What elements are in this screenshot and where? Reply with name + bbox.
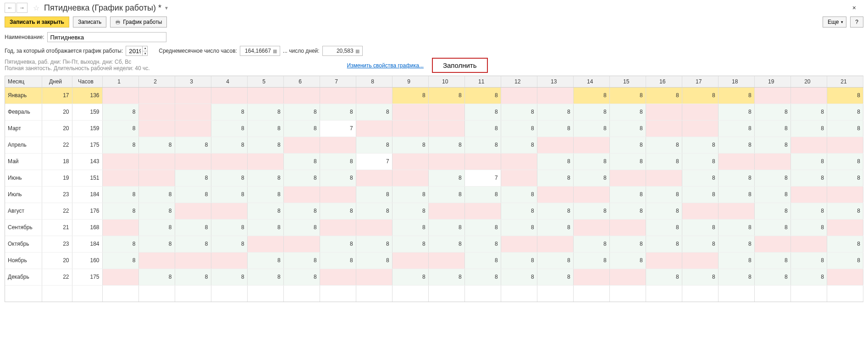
cell-day[interactable]: 8: [138, 219, 175, 236]
cell-day[interactable]: 8: [392, 186, 428, 203]
col-day-21[interactable]: 21: [827, 76, 863, 87]
cell-day[interactable]: 8: [428, 87, 464, 104]
cell-day[interactable]: [102, 170, 138, 186]
cell-day[interactable]: 8: [573, 153, 609, 170]
cell-month[interactable]: Февраль: [5, 104, 42, 120]
cell-day[interactable]: 8: [537, 269, 573, 285]
cell-days[interactable]: 20: [42, 120, 72, 137]
cell-day[interactable]: 8: [791, 252, 827, 269]
cell-day[interactable]: 8: [138, 186, 175, 203]
cell-day[interactable]: [791, 236, 827, 252]
cell-day[interactable]: 8: [682, 153, 718, 170]
cell-day[interactable]: 8: [428, 137, 464, 153]
cell-day[interactable]: 8: [320, 236, 356, 252]
cell-day[interactable]: 8: [247, 219, 283, 236]
cell-day[interactable]: [247, 236, 283, 252]
cell-day[interactable]: 8: [791, 269, 827, 285]
col-day-5[interactable]: 5: [247, 76, 283, 87]
cell-day[interactable]: 8: [754, 269, 791, 285]
cell-day[interactable]: 8: [138, 203, 175, 219]
cell-days[interactable]: 21: [42, 219, 72, 236]
col-day-1[interactable]: 1: [102, 76, 138, 87]
cell-day[interactable]: 8: [754, 252, 791, 269]
cell-day[interactable]: 8: [392, 87, 428, 104]
col-days[interactable]: Дней: [42, 76, 72, 87]
cell-day[interactable]: [428, 252, 464, 269]
cell-day[interactable]: [320, 269, 356, 285]
cell-day[interactable]: [175, 120, 211, 137]
cell-day[interactable]: 8: [211, 170, 247, 186]
cell-day[interactable]: [247, 153, 283, 170]
cell-day[interactable]: 8: [428, 186, 464, 203]
cell-hours[interactable]: 184: [72, 186, 102, 203]
cell-day[interactable]: [175, 87, 211, 104]
cell-month[interactable]: Сентябрь: [5, 219, 42, 236]
cell-day[interactable]: 8: [609, 104, 646, 120]
cell-day[interactable]: [754, 236, 791, 252]
cell-day[interactable]: 8: [283, 104, 320, 120]
cell-month[interactable]: Июль: [5, 186, 42, 203]
cell-day[interactable]: 8: [537, 170, 573, 186]
cell-day[interactable]: 8: [320, 104, 356, 120]
cell-day[interactable]: [501, 236, 537, 252]
cell-day[interactable]: 8: [646, 269, 682, 285]
cell-day[interactable]: 8: [501, 137, 537, 153]
cell-day[interactable]: 8: [718, 137, 754, 153]
cell-day[interactable]: 8: [827, 104, 863, 120]
col-day-8[interactable]: 8: [356, 76, 392, 87]
cell-day[interactable]: [138, 170, 175, 186]
cell-day[interactable]: [718, 203, 754, 219]
cell-hours[interactable]: 143: [72, 153, 102, 170]
cell-day[interactable]: 8: [609, 87, 646, 104]
cell-day[interactable]: 8: [682, 137, 718, 153]
cell-day[interactable]: [754, 87, 791, 104]
schedule-button[interactable]: График работы: [110, 17, 167, 28]
cell-day[interactable]: [573, 269, 609, 285]
cell-day[interactable]: 8: [175, 137, 211, 153]
name-input[interactable]: [47, 32, 166, 42]
cell-day[interactable]: 8: [175, 170, 211, 186]
cell-day[interactable]: 8: [573, 252, 609, 269]
cell-day[interactable]: [356, 269, 392, 285]
cell-hours[interactable]: 168: [72, 219, 102, 236]
cell-day[interactable]: 8: [501, 186, 537, 203]
cell-day[interactable]: 8: [428, 170, 464, 186]
cell-day[interactable]: 7: [320, 120, 356, 137]
cell-day[interactable]: [573, 186, 609, 203]
cell-day[interactable]: 8: [464, 186, 501, 203]
col-day-6[interactable]: 6: [283, 76, 320, 87]
cell-day[interactable]: 8: [501, 104, 537, 120]
cell-day[interactable]: 8: [175, 236, 211, 252]
cell-day[interactable]: 8: [428, 236, 464, 252]
cell-day[interactable]: [175, 203, 211, 219]
cell-day[interactable]: 8: [537, 120, 573, 137]
cell-day[interactable]: 8: [464, 252, 501, 269]
cell-month[interactable]: Август: [5, 203, 42, 219]
cell-day[interactable]: [464, 203, 501, 219]
cell-day[interactable]: 8: [320, 153, 356, 170]
cell-day[interactable]: 8: [754, 104, 791, 120]
cell-day[interactable]: 8: [175, 219, 211, 236]
cell-day[interactable]: [537, 87, 573, 104]
cell-day[interactable]: 8: [464, 120, 501, 137]
col-hours[interactable]: Часов: [72, 76, 102, 87]
cell-day[interactable]: [320, 186, 356, 203]
cell-day[interactable]: 8: [211, 219, 247, 236]
cell-hours[interactable]: 159: [72, 120, 102, 137]
cell-day[interactable]: [283, 186, 320, 203]
cell-day[interactable]: 8: [573, 120, 609, 137]
cell-day[interactable]: 8: [356, 252, 392, 269]
cell-day[interactable]: [827, 219, 863, 236]
cell-day[interactable]: 8: [754, 120, 791, 137]
cell-day[interactable]: [573, 137, 609, 153]
cell-day[interactable]: [102, 87, 138, 104]
cell-day[interactable]: 8: [392, 137, 428, 153]
cell-day[interactable]: 8: [356, 137, 392, 153]
cell-hours[interactable]: 175: [72, 137, 102, 153]
cell-day[interactable]: 8: [573, 203, 609, 219]
cell-day[interactable]: 8: [537, 252, 573, 269]
cell-day[interactable]: [211, 203, 247, 219]
cell-day[interactable]: [320, 219, 356, 236]
cell-day[interactable]: 8: [211, 269, 247, 285]
cell-day[interactable]: 8: [537, 104, 573, 120]
